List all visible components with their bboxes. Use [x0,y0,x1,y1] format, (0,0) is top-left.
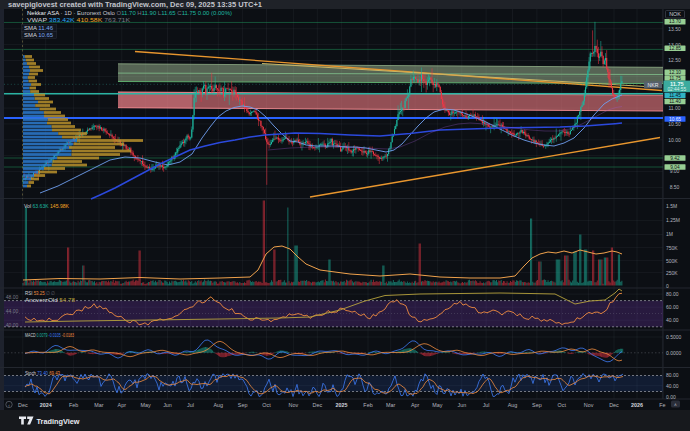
svg-text:9.42: 9.42 [670,156,680,161]
svg-text:Jun: Jun [163,402,172,408]
svg-text:2025: 2025 [336,402,348,408]
svg-text:SMA 10.65: SMA 10.65 [24,32,53,38]
svg-text:Dec: Dec [313,402,323,408]
svg-text:12.85: 12.85 [669,46,681,51]
svg-text:Aug: Aug [214,402,224,408]
svg-text:10.00: 10.00 [668,137,681,143]
svg-text:Oct: Oct [262,402,271,408]
svg-text:1M: 1M [666,231,673,237]
svg-text:1.5M: 1.5M [666,203,677,209]
svg-text:8.50: 8.50 [670,184,680,190]
svg-text:savepiglovest created with Tra: savepiglovest created with TradingView.c… [8,1,263,9]
svg-text:May: May [141,402,151,408]
svg-text:02:44:55: 02:44:55 [667,87,686,92]
svg-text:2026: 2026 [631,402,643,408]
svg-text:Feb: Feb [69,402,78,408]
svg-text:0.00: 0.00 [666,394,676,400]
svg-text:Mar: Mar [386,402,395,408]
svg-text:Dec: Dec [18,402,28,408]
svg-text:11.45: 11.45 [669,93,681,98]
svg-text:11.40: 11.40 [669,99,681,104]
svg-text:13.50: 13.50 [668,26,681,32]
svg-text:Aug: Aug [508,402,518,408]
svg-text:12.50: 12.50 [668,57,681,63]
svg-text:250K: 250K [666,270,678,276]
svg-text:Apr: Apr [411,402,420,408]
svg-text:10.65: 10.65 [669,117,681,122]
svg-text:May: May [432,402,442,408]
svg-text:80.00: 80.00 [666,372,679,378]
svg-text:Mar: Mar [94,402,103,408]
svg-text:2024: 2024 [40,402,52,408]
svg-text:MACD 0.0079 -0.0105 -0.0183: MACD 0.0079 -0.0105 -0.0183 [25,332,74,338]
svg-text:40.00: 40.00 [6,322,19,328]
svg-text:Sep: Sep [532,402,542,408]
svg-text:Nekkar ASA · 1D · Euronext Osl: Nekkar ASA · 1D · Euronext Oslo O11.70 H… [27,10,232,16]
svg-text:Fe: Fe [659,402,665,408]
svg-text:1.25M: 1.25M [666,217,680,223]
svg-text:48.00: 48.00 [6,294,19,300]
svg-text:80.00: 80.00 [666,291,679,297]
svg-text:Jul: Jul [483,402,490,408]
svg-text:SMA 11.46: SMA 11.46 [24,25,53,31]
svg-text:12.10: 12.10 [669,70,681,75]
svg-text:Jun: Jun [457,402,466,408]
svg-text:40.00: 40.00 [666,317,679,323]
svg-text:500K: 500K [666,258,678,264]
svg-text:VWAP 383.42K 410.58K 763.71K: VWAP 383.42K 410.58K 763.71K [27,17,130,23]
svg-text:AnoverzOld 54.78: AnoverzOld 54.78 [25,297,75,303]
svg-text:11.00: 11.00 [668,105,680,111]
svg-text:∧: ∧ [674,402,677,407]
svg-text:0.5000: 0.5000 [666,334,682,340]
svg-text:0.0000: 0.0000 [666,350,682,356]
svg-text:Vol 63.63K 145.98K: Vol 63.63K 145.98K [24,203,69,209]
svg-text:44.00: 44.00 [6,308,19,314]
svg-text:40.00: 40.00 [666,383,679,389]
svg-text:Nov: Nov [289,402,299,408]
svg-text:9.04: 9.04 [670,165,680,170]
svg-text:TradingView: TradingView [37,417,81,426]
svg-text:Stoch 73.40 69.43: Stoch 73.40 69.43 [25,370,60,376]
svg-text:NKR: NKR [648,82,659,88]
svg-text:750K: 750K [666,245,678,251]
svg-text:Feb: Feb [363,402,372,408]
svg-text:Sep: Sep [238,402,248,408]
svg-text:RSI 53.25 ∅ ∅: RSI 53.25 ∅ ∅ [25,290,55,296]
svg-text:Dec: Dec [609,402,619,408]
svg-text:NOK: NOK [669,11,681,17]
svg-text:Oct: Oct [558,402,567,408]
svg-text:Nov: Nov [584,402,594,408]
svg-text:60.00: 60.00 [666,304,679,310]
svg-text:0: 0 [666,283,669,289]
svg-text:Jul: Jul [187,402,194,408]
svg-text:13.70: 13.70 [669,19,681,24]
svg-text:11.75: 11.75 [669,76,681,81]
svg-text:Apr: Apr [118,402,127,408]
